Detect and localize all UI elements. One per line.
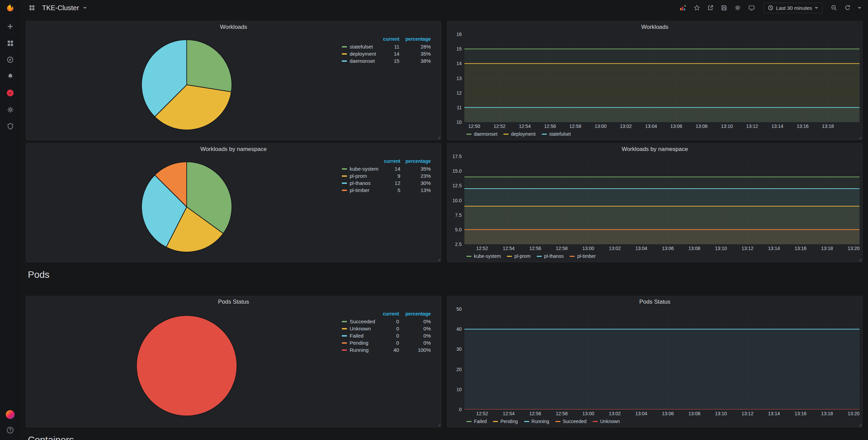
legend-series-name[interactable]: Pending [350, 340, 368, 346]
save-icon[interactable] [718, 2, 730, 13]
legend-color-mark [342, 183, 347, 184]
legend-series-name[interactable]: deployment [350, 51, 376, 57]
graph-legend-item[interactable]: pl-timber [570, 253, 595, 259]
refresh-caret-icon[interactable] [855, 5, 864, 11]
legend-current-value: 11 [377, 43, 400, 50]
panel-resize-handle[interactable] [858, 258, 862, 261]
graph-legend-item[interactable]: pl-thanos [537, 253, 564, 259]
grafana-logo[interactable] [5, 3, 15, 14]
x-axis-label: 12:52 [476, 246, 488, 251]
panel-title[interactable]: Workloads [447, 21, 862, 33]
legend-series-name[interactable]: statefulset [549, 131, 571, 137]
settings-gear-icon[interactable] [732, 2, 744, 13]
panel-resize-handle[interactable] [858, 136, 862, 139]
panel-resize-handle[interactable] [437, 258, 440, 261]
row-title-containers[interactable]: Containers [26, 431, 863, 440]
legend-series-name[interactable]: Failed [350, 333, 364, 339]
graph-legend-item[interactable]: pl-prom [507, 253, 530, 259]
add-panel-icon[interactable] [677, 2, 689, 14]
legend-series-name[interactable]: deployment [511, 131, 535, 137]
dashboard-title[interactable]: TKE-Cluster [42, 4, 79, 12]
legend-series-name[interactable]: statefulset [350, 44, 373, 50]
legend-percentage-value: 35% [400, 165, 431, 172]
row-title-pods[interactable]: Pods [26, 265, 863, 296]
configuration-gear-icon[interactable] [6, 105, 15, 114]
graph-plot[interactable] [464, 309, 860, 409]
graph-legend-item[interactable]: Running [524, 419, 549, 424]
time-picker[interactable]: Last 30 minutes [763, 3, 823, 13]
graph-legend-item[interactable]: Succeeded [555, 419, 587, 424]
panel-resize-handle[interactable] [437, 423, 440, 426]
server-admin-shield-icon[interactable] [6, 122, 15, 131]
create-plus-icon[interactable] [6, 22, 15, 31]
pie-slice-Running[interactable] [136, 315, 237, 416]
graph-legend-item[interactable]: daemonset [466, 131, 497, 137]
pie-slice-statefulset[interactable] [187, 40, 232, 92]
legend-current-value: 0 [377, 339, 399, 346]
star-icon[interactable] [691, 2, 703, 13]
graph-legend-item[interactable]: Pending [493, 419, 518, 424]
alerting-bell-icon[interactable] [6, 72, 15, 81]
zoom-out-icon[interactable] [828, 2, 840, 13]
legend-series-name[interactable]: pl-prom [514, 253, 530, 259]
legend-series-name[interactable]: Running [532, 419, 549, 424]
explore-compass-icon[interactable] [6, 55, 15, 64]
x-axis-label: 13:00 [582, 246, 594, 251]
legend-series-name[interactable]: Unknown [600, 419, 620, 424]
pie-chart[interactable] [32, 33, 342, 136]
share-icon[interactable] [704, 2, 717, 13]
legend-series-name[interactable]: daemonset [474, 131, 497, 137]
legend-series-name[interactable]: pl-timber [577, 253, 595, 259]
legend-series-name[interactable]: Running [350, 347, 369, 353]
user-avatar[interactable] [6, 410, 15, 419]
legend-series-name[interactable]: Succeeded [350, 319, 375, 324]
x-axis-label: 13:20 [848, 246, 860, 251]
legend-series-name[interactable]: Succeeded [563, 419, 587, 424]
panel-resize-handle[interactable] [437, 136, 440, 139]
tv-mode-icon[interactable] [745, 2, 758, 13]
legend-series-name[interactable]: daemonset [350, 58, 375, 64]
y-axis-label: 12.5 [453, 183, 462, 188]
graph-legend-item[interactable]: statefulset [542, 131, 571, 137]
help-icon[interactable] [6, 426, 15, 435]
graph-plot[interactable] [464, 156, 860, 244]
legend-percentage-value: 0% [399, 339, 431, 346]
panel-title[interactable]: Pods Status [447, 296, 862, 308]
legend-row: Unknown00% [342, 325, 431, 332]
title-caret-icon[interactable] [83, 7, 87, 9]
panel-resize-handle[interactable] [858, 423, 862, 426]
pie-legend-table: currentpercentagekube-system1435%pl-prom… [342, 158, 431, 194]
pie-chart[interactable] [32, 155, 342, 259]
app-plugin-icon[interactable] [6, 89, 15, 97]
panel-title[interactable]: Workloads [26, 21, 441, 33]
legend-series-name[interactable]: pl-prom [350, 173, 367, 179]
x-axis-label: 13:04 [635, 246, 647, 251]
graph-legend-item[interactable]: kube-system [466, 253, 501, 259]
pie-chart[interactable] [32, 308, 342, 424]
x-axis-label: 13:02 [609, 246, 621, 251]
sidebar [0, 0, 20, 440]
legend-series-name[interactable]: pl-thanos [544, 253, 564, 259]
graph-plot[interactable] [464, 34, 860, 122]
y-axis-label: 2.5 [455, 242, 462, 247]
legend-current-value: 5 [379, 187, 400, 194]
dashboard-grid-icon[interactable] [26, 2, 38, 13]
legend-series-name[interactable]: Failed [474, 419, 487, 424]
graph-legend-item[interactable]: Unknown [593, 419, 620, 424]
refresh-icon[interactable] [842, 2, 854, 13]
graph-legend-item[interactable]: deployment [503, 131, 535, 137]
legend-series-name[interactable]: kube-system [350, 166, 378, 172]
legend-series-name[interactable]: pl-thanos [350, 180, 371, 186]
legend-series-name[interactable]: Unknown [350, 326, 371, 331]
graph-legend-item[interactable]: Failed [466, 419, 487, 424]
legend-series-name[interactable]: kube-system [474, 253, 501, 259]
panel-title[interactable]: Pods Status [26, 296, 441, 308]
y-axis-label: 10 [456, 387, 462, 392]
legend-series-name[interactable]: pl-timber [350, 187, 369, 193]
legend-series-name[interactable]: Pending [500, 419, 518, 424]
panel-title[interactable]: Workloads by namespace [26, 144, 441, 155]
dashboards-icon[interactable] [6, 39, 15, 47]
time-range-label: Last 30 minutes [776, 5, 812, 11]
legend-row: daemonset1538% [342, 57, 431, 64]
panel-title[interactable]: Workloads by namespace [447, 144, 862, 155]
